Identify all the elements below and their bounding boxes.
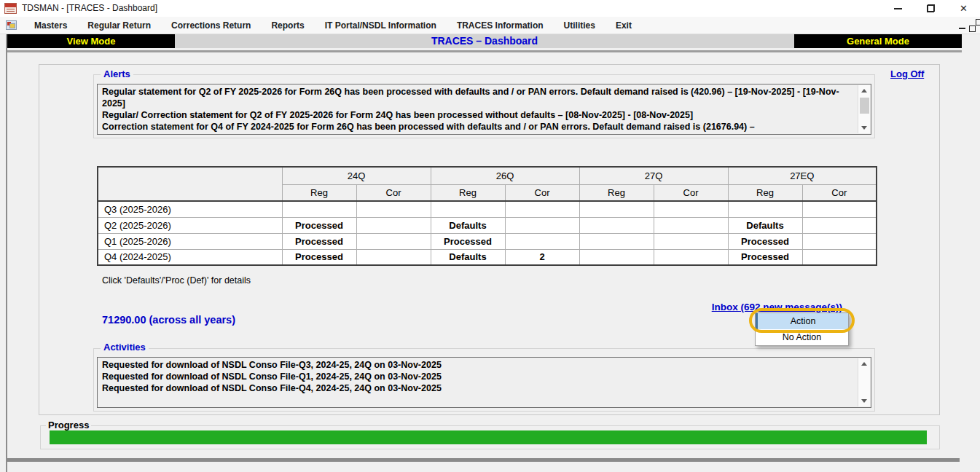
restore-button[interactable] — [914, 0, 947, 17]
scroll-up-button[interactable] — [858, 85, 871, 96]
status-cell[interactable]: Defaults — [431, 217, 505, 233]
alert-line: Regular/ Correction statement for Q2 of … — [102, 109, 855, 121]
status-cell[interactable] — [654, 217, 728, 233]
menu-exit[interactable]: Exit — [605, 17, 642, 34]
status-cell[interactable] — [654, 249, 728, 265]
status-cell[interactable]: Defaults — [431, 249, 505, 265]
activity-line: Requested for download of NSDL Conso Fil… — [102, 382, 855, 394]
inbox-context-menu: Action No Action — [755, 312, 849, 346]
status-cell[interactable] — [728, 201, 802, 217]
form-header-27eq: 27EQ — [728, 167, 877, 184]
status-cell[interactable]: Processed — [282, 249, 356, 265]
status-cell[interactable] — [356, 201, 431, 217]
quarter-column-header — [98, 167, 282, 201]
status-cell[interactable] — [802, 201, 877, 217]
menu-reports[interactable]: Reports — [261, 17, 314, 34]
sub-header-reg: Reg — [728, 184, 802, 201]
status-cell[interactable]: Defaults — [728, 217, 802, 233]
status-cell[interactable] — [505, 233, 579, 249]
status-cell[interactable] — [579, 233, 654, 249]
scroll-down-button[interactable] — [858, 396, 871, 406]
status-cell[interactable] — [356, 217, 431, 233]
title-bar: TDSMAN - [TRACES - Dashboard] ✕ — [0, 0, 980, 17]
status-cell[interactable]: Processed — [282, 217, 356, 233]
window-controls: ✕ — [882, 0, 980, 17]
sub-header-reg: Reg — [579, 184, 654, 201]
status-cell[interactable] — [654, 233, 728, 249]
alerts-scrollbar[interactable] — [858, 85, 870, 133]
activities-textbox: Requested for download of NSDL Conso Fil… — [97, 357, 871, 408]
status-cell[interactable]: Processed — [282, 233, 356, 249]
restore-icon — [927, 4, 935, 12]
arrow-down-icon — [861, 126, 867, 130]
sub-header-reg: Reg — [431, 184, 505, 201]
status-cell[interactable] — [654, 201, 728, 217]
statement-status-table: 24Q 26Q 27Q 27EQ Reg Cor Reg Cor Reg Cor… — [97, 166, 877, 266]
status-cell[interactable] — [356, 249, 431, 265]
general-mode-banner: General Mode — [794, 34, 962, 48]
status-cell[interactable] — [579, 201, 654, 217]
sub-header-cor: Cor — [356, 184, 431, 201]
alert-line: Correction statement for Q4 of FY 2024-2… — [102, 121, 855, 133]
status-cell[interactable] — [505, 217, 579, 233]
window-left-edge — [6, 34, 7, 472]
quarter-label: Q4 (2024-2025) — [98, 249, 282, 265]
status-cell[interactable] — [431, 201, 505, 217]
page-title: TRACES – Dashboard — [175, 34, 794, 48]
status-cell[interactable]: Processed — [728, 249, 802, 265]
sub-header-reg: Reg — [282, 184, 356, 201]
window-title: TDSMAN - [TRACES - Dashboard] — [22, 3, 157, 13]
mode-bar: View Mode TRACES – Dashboard General Mod… — [7, 34, 962, 48]
log-off-link[interactable]: Log Off — [890, 68, 924, 79]
status-cell[interactable] — [802, 217, 877, 233]
arrow-up-icon — [861, 89, 867, 93]
menu-regular-return[interactable]: Regular Return — [77, 17, 161, 34]
scrollbar-thumb[interactable] — [860, 98, 869, 114]
status-cell[interactable] — [802, 233, 877, 249]
bottom-divider — [7, 458, 960, 462]
menu-corrections-return[interactable]: Corrections Return — [161, 17, 261, 34]
activities-scrollbar[interactable] — [858, 358, 870, 406]
menu-masters[interactable]: Masters — [24, 17, 77, 34]
activity-line: Requested for download of NSDL Conso Fil… — [102, 359, 855, 371]
inbox-link[interactable]: Inbox (692 new message(s)) — [678, 302, 842, 312]
status-cell[interactable] — [579, 217, 654, 233]
quarter-label: Q3 (2025-2026) — [98, 201, 282, 217]
app-icon — [4, 3, 17, 14]
close-button[interactable]: ✕ — [947, 0, 980, 17]
menu-traces-information[interactable]: TRACES Information — [447, 17, 554, 34]
status-cell[interactable]: 2 — [505, 249, 579, 265]
quarter-label: Q1 (2025-2026) — [98, 233, 282, 249]
table-row: Q1 (2025-2026) Processed Processed Proce… — [98, 233, 877, 249]
form-header-24q: 24Q — [282, 167, 431, 184]
table-row: Q4 (2024-2025) Processed Defaults 2 Proc… — [98, 249, 877, 265]
context-menu-item-action[interactable]: Action — [756, 313, 848, 329]
status-cell[interactable] — [356, 233, 431, 249]
progress-label: Progress — [46, 420, 91, 430]
menu-utilities[interactable]: Utilities — [554, 17, 605, 34]
scroll-down-button[interactable] — [858, 122, 871, 133]
status-cell[interactable]: Processed — [728, 233, 802, 249]
status-cell[interactable] — [505, 201, 579, 217]
total-demand-amount: 71290.00 (across all years) — [102, 314, 235, 326]
sub-header-cor: Cor — [654, 184, 728, 201]
status-cell[interactable] — [579, 249, 654, 265]
progress-bar — [50, 430, 930, 444]
status-cell[interactable]: Processed — [431, 233, 505, 249]
menu-bar: Masters Regular Return Corrections Retur… — [0, 17, 980, 34]
scroll-up-button[interactable] — [858, 358, 871, 369]
arrow-up-icon — [861, 362, 867, 366]
status-cell[interactable] — [802, 249, 877, 265]
sub-header-cor: Cor — [505, 184, 579, 201]
form-header-26q: 26Q — [431, 167, 579, 184]
minimize-button[interactable] — [882, 0, 914, 17]
minimize-icon — [894, 8, 902, 9]
progress-bar-fill — [50, 430, 927, 444]
context-menu-item-no-action[interactable]: No Action — [756, 329, 848, 345]
form-icon — [6, 20, 17, 30]
menu-it-portal-nsdl-information[interactable]: IT Portal/NSDL Information — [315, 17, 447, 34]
app-window: TDSMAN - [TRACES - Dashboard] ✕ Masters … — [0, 0, 980, 472]
mdi-minimize-button[interactable] — [959, 19, 965, 32]
arrow-down-icon — [861, 399, 867, 403]
status-cell[interactable] — [282, 201, 356, 217]
